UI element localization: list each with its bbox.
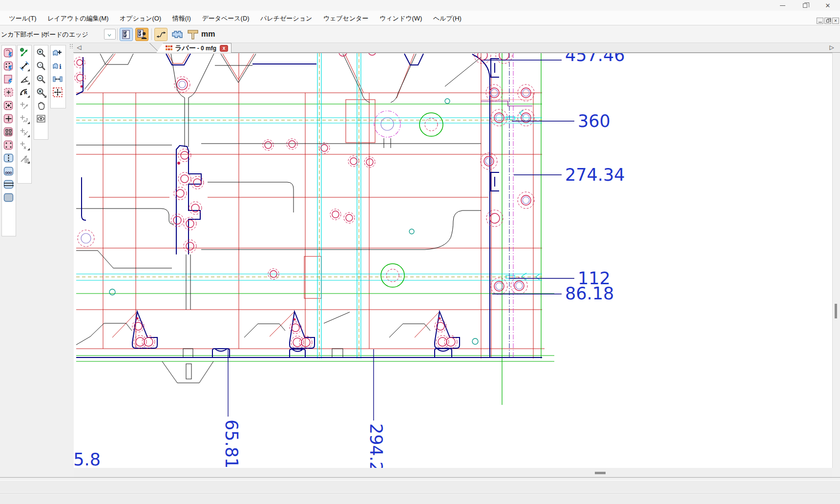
tool-view-eye-icon[interactable] xyxy=(35,112,47,125)
status-bar xyxy=(0,481,840,493)
checklist-user-button[interactable] xyxy=(135,28,148,41)
tool-zoom-out-icon[interactable] xyxy=(35,72,47,85)
checklist-user-icon xyxy=(137,29,147,40)
dimension-label: 65.81 xyxy=(222,420,241,468)
dimension-label: 294.2 xyxy=(366,423,386,468)
tool-measure-radius-icon[interactable]: R xyxy=(18,85,31,99)
menu-bar: ツール(T) レイアウトの編集(M) オプション(O) 情報(I) データベース… xyxy=(0,11,840,25)
tool-corner-pads-icon[interactable] xyxy=(2,138,15,151)
menu-help[interactable]: ヘルプ(H) xyxy=(429,11,466,26)
tool-zoom-in-icon[interactable] xyxy=(35,46,47,59)
menu-palletization[interactable]: パレチゼーション xyxy=(256,11,316,26)
title-bar: ✕ xyxy=(0,0,840,11)
menu-options[interactable]: オプション(O) xyxy=(115,11,166,26)
document-restore-icon[interactable] xyxy=(824,18,831,24)
red-grid-layer xyxy=(76,53,545,358)
tab-close-button[interactable]: x xyxy=(220,45,228,52)
dimension-label: 360 xyxy=(578,111,610,131)
window-frame xyxy=(0,477,840,481)
tool-board-lines-icon[interactable] xyxy=(2,178,15,191)
tool-pads-flash-icon[interactable] xyxy=(2,59,15,72)
tool-move-diagonal-icon[interactable] xyxy=(18,112,31,125)
tab-scroll-right-icon[interactable]: ▷ xyxy=(828,44,836,51)
cad-canvas[interactable]: 457.46 360 274.34 112 86.18 65.81 294.2 … xyxy=(74,53,832,468)
tool-board-holes-icon[interactable] xyxy=(2,165,15,178)
palette-shapes xyxy=(1,45,16,236)
tool-zoom-window-icon[interactable] xyxy=(35,59,47,72)
tool-board-add-icon[interactable] xyxy=(51,46,64,59)
checklist-button[interactable] xyxy=(120,28,133,41)
tool-move-step-icon[interactable] xyxy=(18,125,31,138)
board-shape-icon xyxy=(171,30,183,40)
dimension-label: 25.8 xyxy=(74,450,101,468)
menu-layout-edit[interactable]: レイアウトの編集(M) xyxy=(43,11,113,26)
tool-board-gap-icon[interactable] xyxy=(51,72,64,85)
tool-board-slot-icon[interactable] xyxy=(2,151,15,165)
palette-zoom xyxy=(34,45,48,140)
green-grid-layer xyxy=(76,53,554,405)
menu-window[interactable]: ウィンドウ(W) xyxy=(375,11,426,26)
menu-database[interactable]: データベース(D) xyxy=(197,11,253,26)
menu-tools[interactable]: ツール(T) xyxy=(4,11,41,26)
document-close-icon[interactable]: × xyxy=(832,18,839,24)
layer-dropdown[interactable] xyxy=(104,29,116,40)
horizontal-scrollbar-handle[interactable] xyxy=(595,472,606,474)
unit-label: mm xyxy=(201,30,215,39)
tabbar-grip[interactable] xyxy=(69,43,73,48)
tool-measure-diagonal-icon[interactable] xyxy=(18,59,31,72)
tool-corner-flash-icon[interactable] xyxy=(2,72,15,85)
board-edge-layer xyxy=(76,54,542,357)
board-shape-button[interactable] xyxy=(170,28,184,41)
pin-depth-button[interactable] xyxy=(186,28,199,41)
cad-drawing: 457.46 360 274.34 112 86.18 65.81 294.2 … xyxy=(74,53,832,468)
detail-layer xyxy=(481,100,532,106)
tool-fit-area-icon[interactable] xyxy=(51,85,64,99)
tool-board-plain-icon[interactable] xyxy=(2,191,15,204)
vertical-scrollbar[interactable] xyxy=(832,53,839,468)
tab-rubber-mfg[interactable]: ラバー - 0 mfg x xyxy=(156,43,231,53)
document-tab-bar: ◁ ラバー - 0 mfg x ▷ xyxy=(73,43,840,53)
document-type-icon xyxy=(166,45,172,51)
tool-measure-distance-icon[interactable] xyxy=(18,46,31,59)
tool-zoom-extents-icon[interactable] xyxy=(35,85,47,99)
window-minimize-icon[interactable] xyxy=(776,1,789,9)
dimension-label: 86.18 xyxy=(565,284,614,303)
fiducial-wells xyxy=(381,113,443,287)
tool-move-xy-icon[interactable] xyxy=(18,99,31,112)
tool-move-snap-icon[interactable] xyxy=(18,138,31,151)
tool-shape-flash-icon[interactable] xyxy=(2,46,15,59)
active-layer-label: ンカ下部ボード xyxy=(1,30,46,39)
tool-pads-cross-icon[interactable] xyxy=(2,99,15,112)
tool-dashed-target-icon[interactable] xyxy=(2,85,15,99)
tool-grid-pad-icon[interactable] xyxy=(2,125,15,138)
chevron-down-icon xyxy=(107,33,111,37)
outline-layer xyxy=(76,54,481,383)
tab-title: ラバー xyxy=(175,44,196,53)
dimension-label: 457.46 xyxy=(565,53,625,65)
tab-title-suffix: - 0 mfg xyxy=(197,45,216,52)
svg-text:i: i xyxy=(59,63,62,70)
status-bar-secondary xyxy=(0,493,840,504)
measure-line-button[interactable] xyxy=(154,28,168,41)
menu-webcenter[interactable]: ウェブセンター xyxy=(319,11,373,26)
dimension-labels: 457.46 360 274.34 112 86.18 65.81 294.2 … xyxy=(74,53,625,468)
cyan-axis-layer xyxy=(76,53,542,358)
tool-board-info-icon[interactable]: i xyxy=(51,59,64,72)
window-restore-icon[interactable] xyxy=(798,1,812,9)
vertical-scrollbar-handle[interactable] xyxy=(835,304,837,318)
menu-info[interactable]: 情報(I) xyxy=(168,11,195,26)
document-minimize-icon[interactable] xyxy=(817,18,823,24)
svg-text:R: R xyxy=(24,90,27,95)
window-close-icon[interactable]: ✕ xyxy=(821,1,835,9)
tool-measure-angle-icon[interactable] xyxy=(18,72,31,85)
tool-compress-pad-icon[interactable] xyxy=(2,112,15,125)
dimension-label: 274.34 xyxy=(565,165,625,185)
pin-depth-icon xyxy=(187,29,199,41)
horizontal-scrollbar[interactable] xyxy=(74,468,832,477)
checklist-icon xyxy=(121,29,131,40)
main-toolbar: ンカ下部ボード ボードのエッジ xyxy=(0,25,840,43)
tool-pan-hand-icon[interactable] xyxy=(35,99,47,112)
palette-measure: R xyxy=(17,45,32,184)
tool-move-flash-icon[interactable] xyxy=(18,151,31,165)
tab-scroll-left-icon[interactable]: ◁ xyxy=(75,44,83,51)
